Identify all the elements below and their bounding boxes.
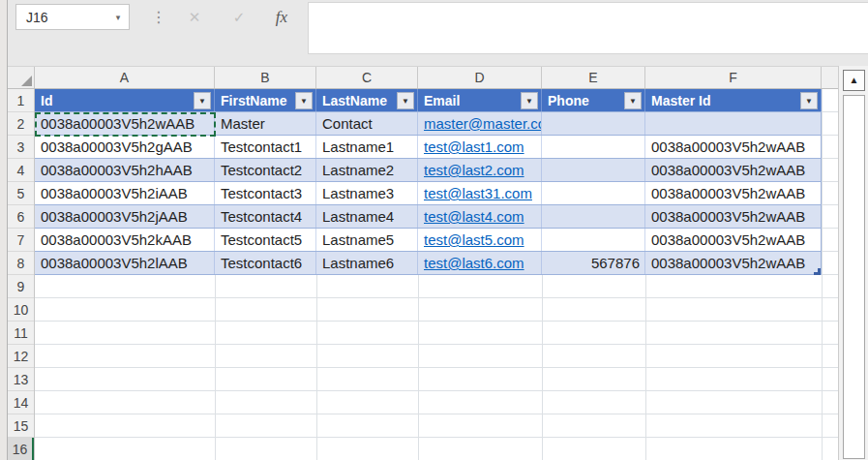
cell-D6[interactable]: test@last4.com — [418, 205, 542, 228]
cell-C4[interactable]: Lastname2 — [316, 159, 418, 181]
cell-B8[interactable]: Testcontact6 — [215, 252, 316, 274]
cell-B2[interactable]: Master — [215, 112, 316, 135]
cell-D8[interactable]: test@last6.com — [418, 252, 542, 274]
row-header-5[interactable]: 5 — [8, 182, 34, 205]
cell-D3[interactable]: test@last1.com — [418, 136, 542, 158]
cell-B7[interactable]: Testcontact5 — [215, 229, 316, 251]
email-link[interactable]: test@last4.com — [424, 208, 524, 225]
cell-D7[interactable]: test@last5.com — [418, 229, 542, 251]
formula-bar-drag-handle-icon[interactable]: ⋮ — [151, 6, 165, 29]
row-header-4[interactable]: 4 — [8, 159, 34, 182]
header-cell-lastname[interactable]: LastName ▼ — [316, 89, 418, 111]
row-header-13[interactable]: 13 — [8, 368, 34, 391]
cell-B4[interactable]: Testcontact2 — [215, 159, 316, 181]
cell-E5[interactable] — [542, 182, 645, 204]
row-header-14[interactable]: 14 — [8, 391, 34, 414]
row-header-7[interactable]: 7 — [8, 229, 34, 252]
excel-window: J16 ▾ ⋮ ✕ ✓ fx A B C D E F 1 2 3 4 5 6 7… — [0, 0, 868, 460]
email-link[interactable]: test@last1.com — [424, 138, 524, 155]
cell-E7[interactable] — [542, 229, 645, 251]
cell-E3[interactable] — [542, 136, 645, 158]
header-cell-email[interactable]: Email ▼ — [418, 89, 542, 111]
cell-B3[interactable]: Testcontact1 — [215, 136, 316, 158]
select-all-button[interactable] — [8, 67, 35, 88]
column-header-A[interactable]: A — [35, 67, 215, 88]
name-box-dropdown-icon[interactable]: ▾ — [107, 13, 129, 22]
email-link[interactable]: test@last31.com — [424, 185, 532, 201]
row-header-2[interactable]: 2 — [8, 112, 34, 136]
sheet-grid[interactable]: Id ▼ FirstName ▼ LastName ▼ Email ▼ Phon… — [35, 89, 838, 460]
cancel-icon[interactable]: ✕ — [178, 4, 211, 30]
vertical-scrollbar[interactable]: ▲ — [838, 66, 868, 460]
cell-A2[interactable]: 0038a00003V5h2wAAB — [35, 112, 215, 135]
filter-button-phone[interactable]: ▼ — [624, 92, 642, 109]
cell-B6[interactable]: Testcontact4 — [215, 205, 316, 228]
scroll-up-arrow-icon[interactable]: ▲ — [843, 70, 865, 91]
header-cell-masterid[interactable]: Master Id ▼ — [645, 89, 822, 111]
insert-function-icon[interactable]: fx — [265, 4, 298, 30]
row-header-15[interactable]: 15 — [8, 414, 34, 438]
cell-C5[interactable]: Lastname3 — [316, 182, 418, 204]
cell-F3[interactable]: 0038a00003V5h2wAAB — [645, 136, 822, 158]
row-header-10[interactable]: 10 — [8, 298, 34, 322]
filter-button-masterid[interactable]: ▼ — [800, 92, 818, 109]
cell-C8[interactable]: Lastname6 — [316, 252, 418, 274]
row-header-9[interactable]: 9 — [8, 275, 34, 298]
cell-A5[interactable]: 0038a00003V5h2iAAB — [35, 182, 215, 204]
filter-button-lastname[interactable]: ▼ — [397, 92, 414, 109]
cell-C3[interactable]: Lastname1 — [316, 136, 418, 158]
formula-bar-input[interactable] — [308, 2, 868, 54]
filter-button-firstname[interactable]: ▼ — [295, 92, 313, 109]
enter-check-icon[interactable]: ✓ — [223, 4, 255, 30]
cell-F5[interactable]: 0038a00003V5h2wAAB — [645, 182, 822, 204]
row-header-12[interactable]: 12 — [8, 345, 34, 368]
row-header-1[interactable]: 1 — [8, 89, 34, 112]
cell-C2[interactable]: Contact — [316, 112, 418, 135]
cell-A7[interactable]: 0038a00003V5h2kAAB — [35, 229, 215, 251]
scrollbar-thumb[interactable] — [843, 95, 865, 459]
email-link[interactable]: master@master.com — [424, 115, 542, 132]
filter-button-id[interactable]: ▼ — [194, 92, 211, 109]
cell-E2[interactable] — [542, 112, 645, 135]
cell-F7[interactable]: 0038a00003V5h2wAAB — [645, 229, 822, 251]
cell-C6[interactable]: Lastname4 — [316, 205, 418, 228]
filter-button-email[interactable]: ▼ — [521, 92, 538, 109]
cell-A3[interactable]: 0038a00003V5h2gAAB — [35, 136, 215, 158]
cell-A4[interactable]: 0038a00003V5h2hAAB — [35, 159, 215, 181]
cell-B5[interactable]: Testcontact3 — [215, 182, 316, 204]
row-header-3[interactable]: 3 — [8, 136, 34, 159]
table-resize-handle[interactable] — [814, 268, 821, 275]
cell-F2[interactable] — [645, 112, 822, 135]
cell-E4[interactable] — [542, 159, 645, 181]
gridline — [822, 89, 823, 460]
column-header-B[interactable]: B — [215, 67, 316, 88]
column-header-D[interactable]: D — [418, 67, 542, 88]
header-cell-phone[interactable]: Phone ▼ — [542, 89, 645, 111]
cell-C7[interactable]: Lastname5 — [316, 229, 418, 251]
cell-F6[interactable]: 0038a00003V5h2wAAB — [645, 205, 822, 228]
column-header-F[interactable]: F — [645, 67, 822, 88]
table-row: 0038a00003V5h2gAAB Testcontact1 Lastname… — [35, 136, 822, 159]
cell-F8[interactable]: 0038a00003V5h2wAAB — [645, 252, 822, 274]
header-cell-firstname[interactable]: FirstName ▼ — [215, 89, 316, 111]
email-link[interactable]: test@last6.com — [424, 255, 524, 271]
row-header-6[interactable]: 6 — [8, 205, 34, 229]
cell-E8[interactable]: 567876 — [542, 252, 645, 274]
cell-D5[interactable]: test@last31.com — [418, 182, 542, 204]
email-link[interactable]: test@last2.com — [424, 162, 524, 178]
email-link[interactable]: test@last5.com — [424, 231, 524, 248]
row-header-11[interactable]: 11 — [8, 322, 34, 345]
column-header-G-sliver[interactable] — [822, 67, 838, 88]
header-cell-id[interactable]: Id ▼ — [35, 89, 215, 111]
row-header-8[interactable]: 8 — [8, 252, 34, 275]
column-header-E[interactable]: E — [542, 67, 645, 88]
cell-E6[interactable] — [542, 205, 645, 228]
cell-F4[interactable]: 0038a00003V5h2wAAB — [645, 159, 822, 181]
cell-D2[interactable]: master@master.com — [418, 112, 542, 135]
cell-A6[interactable]: 0038a00003V5h2jAAB — [35, 205, 215, 228]
column-header-C[interactable]: C — [316, 67, 418, 88]
cell-D4[interactable]: test@last2.com — [418, 159, 542, 181]
cell-A8[interactable]: 0038a00003V5h2lAAB — [35, 252, 215, 274]
name-box[interactable]: J16 ▾ — [15, 4, 130, 30]
row-header-16-active[interactable]: 16 — [8, 438, 34, 460]
